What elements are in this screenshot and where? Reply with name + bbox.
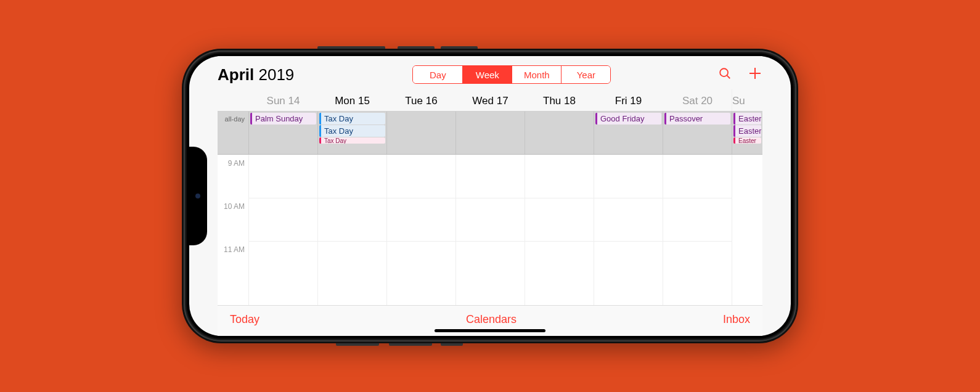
screen: April 2019 DayWeekMonthYear Sun 14Mon 15… (189, 56, 791, 336)
all-day-cell[interactable] (525, 112, 594, 154)
time-gutter: 9 AM10 AM11 AM (218, 155, 248, 305)
all-day-cell[interactable]: Palm Sunday (248, 112, 317, 154)
all-day-cell[interactable]: EasterEasterEaster (732, 112, 762, 154)
add-icon[interactable] (748, 66, 762, 83)
day-column[interactable] (248, 155, 317, 305)
day-column[interactable] (525, 155, 594, 305)
day-header[interactable]: Sat 20 (663, 89, 732, 111)
title-year: 2019 (258, 65, 294, 84)
phone-frame: April 2019 DayWeekMonthYear Sun 14Mon 15… (182, 49, 798, 343)
day-header[interactable]: Sun 14 (248, 89, 317, 111)
segment-year[interactable]: Year (561, 66, 610, 83)
all-day-cell[interactable]: Good Friday (594, 112, 663, 154)
day-header[interactable]: Wed 17 (455, 89, 525, 111)
segment-day[interactable]: Day (413, 66, 462, 83)
hour-label: 10 AM (218, 202, 248, 245)
today-button[interactable]: Today (230, 313, 259, 326)
calendars-button[interactable]: Calendars (466, 313, 517, 326)
all-day-event[interactable]: Tax Day (319, 137, 385, 144)
all-day-event[interactable]: Easter (733, 125, 761, 137)
hour-grid[interactable]: 9 AM10 AM11 AM (218, 155, 762, 305)
search-icon[interactable] (718, 67, 732, 83)
all-day-event[interactable]: Easter (733, 137, 761, 144)
all-day-cell[interactable] (386, 112, 455, 154)
all-day-row: all-day Palm SundayTax DayTax DayTax Day… (218, 112, 762, 155)
all-day-label: all-day (218, 112, 248, 154)
all-day-cell[interactable] (455, 112, 525, 154)
all-day-cell[interactable]: Passover (663, 112, 732, 154)
inbox-button[interactable]: Inbox (723, 313, 750, 326)
all-day-event[interactable]: Tax Day (319, 113, 385, 125)
day-header[interactable]: Thu 18 (525, 89, 594, 111)
header: April 2019 DayWeekMonthYear (218, 56, 762, 89)
all-day-event[interactable]: Easter (733, 113, 761, 125)
segment-week[interactable]: Week (462, 66, 512, 83)
day-column[interactable] (317, 155, 386, 305)
svg-line-1 (727, 76, 730, 79)
day-header[interactable]: Su (732, 89, 762, 111)
notch (189, 147, 207, 245)
day-column[interactable] (594, 155, 663, 305)
day-column[interactable] (455, 155, 525, 305)
svg-point-0 (720, 68, 728, 76)
all-day-event[interactable]: Palm Sunday (250, 113, 316, 125)
hour-label: 9 AM (218, 159, 248, 202)
all-day-cell[interactable]: Tax DayTax DayTax Day (317, 112, 386, 154)
day-column[interactable] (732, 155, 762, 305)
day-header[interactable]: Fri 19 (594, 89, 663, 111)
all-day-event[interactable]: Passover (664, 113, 730, 125)
day-header[interactable]: Tue 16 (386, 89, 455, 111)
segment-month[interactable]: Month (512, 66, 561, 83)
page-title: April 2019 (218, 65, 294, 84)
all-day-event[interactable]: Good Friday (595, 113, 661, 125)
hour-label: 11 AM (218, 245, 248, 288)
view-segmented-control: DayWeekMonthYear (412, 65, 611, 84)
day-column[interactable] (386, 155, 455, 305)
home-indicator[interactable] (435, 329, 545, 332)
day-column[interactable] (663, 155, 732, 305)
title-month: April (218, 65, 254, 84)
day-header[interactable]: Mon 15 (317, 89, 386, 111)
day-header-row: Sun 14Mon 15Tue 16Wed 17Thu 18Fri 19Sat … (218, 89, 762, 112)
all-day-event[interactable]: Tax Day (319, 125, 385, 137)
